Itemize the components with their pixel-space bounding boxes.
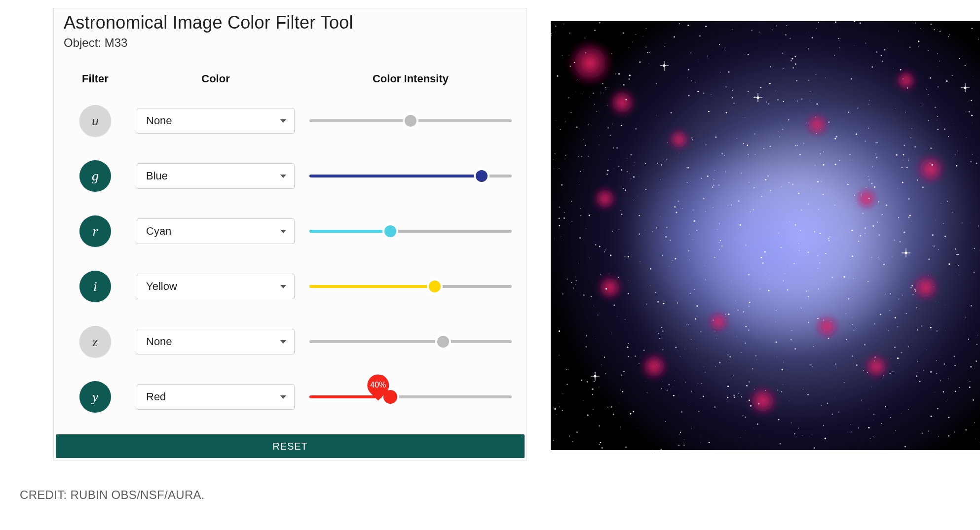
svg-point-805 bbox=[825, 253, 826, 254]
filter-chip-i[interactable]: i bbox=[79, 271, 111, 302]
reset-button[interactable]: RESET bbox=[56, 434, 525, 458]
svg-point-634 bbox=[741, 173, 742, 174]
intensity-slider-g[interactable] bbox=[306, 164, 515, 188]
svg-point-585 bbox=[727, 205, 728, 205]
svg-point-522 bbox=[871, 257, 872, 258]
svg-point-748 bbox=[861, 195, 862, 195]
svg-point-237 bbox=[625, 319, 626, 320]
slider-thumb[interactable] bbox=[437, 336, 449, 348]
svg-point-226 bbox=[556, 120, 556, 121]
svg-point-329 bbox=[811, 364, 812, 365]
svg-point-825 bbox=[952, 212, 953, 213]
color-select-i[interactable]: Yellow bbox=[137, 274, 295, 299]
svg-point-729 bbox=[623, 371, 625, 372]
svg-point-839 bbox=[798, 427, 799, 428]
svg-point-574 bbox=[775, 90, 776, 91]
svg-point-862 bbox=[679, 153, 679, 153]
svg-point-205 bbox=[688, 95, 689, 96]
svg-point-631 bbox=[755, 355, 756, 356]
svg-point-842 bbox=[587, 415, 589, 416]
svg-point-115 bbox=[834, 138, 836, 139]
svg-point-192 bbox=[618, 166, 619, 167]
svg-point-353 bbox=[559, 403, 559, 404]
svg-point-402 bbox=[902, 182, 904, 183]
svg-point-394 bbox=[639, 177, 639, 177]
svg-point-852 bbox=[727, 332, 727, 333]
svg-point-474 bbox=[874, 360, 875, 361]
svg-point-194 bbox=[554, 239, 555, 239]
intensity-slider-i[interactable] bbox=[306, 275, 515, 298]
svg-point-792 bbox=[623, 33, 624, 34]
svg-point-578 bbox=[605, 89, 606, 90]
filter-chip-y[interactable]: y bbox=[79, 381, 111, 413]
filter-chip-g[interactable]: g bbox=[79, 160, 111, 192]
filter-chip-r[interactable]: r bbox=[79, 215, 111, 247]
svg-point-36 bbox=[632, 232, 632, 233]
svg-point-101 bbox=[688, 406, 689, 406]
svg-point-261 bbox=[854, 45, 855, 46]
svg-point-881 bbox=[840, 38, 840, 39]
filter-chip-z[interactable]: z bbox=[79, 326, 111, 357]
svg-point-124 bbox=[649, 306, 649, 306]
svg-point-303 bbox=[583, 169, 584, 170]
svg-point-549 bbox=[932, 234, 934, 236]
svg-point-181 bbox=[581, 380, 582, 381]
slider-thumb[interactable] bbox=[429, 281, 441, 292]
svg-point-563 bbox=[799, 154, 801, 155]
slider-thumb[interactable] bbox=[476, 170, 488, 182]
svg-point-576 bbox=[564, 212, 565, 213]
color-select-r[interactable]: Cyan bbox=[137, 218, 295, 244]
color-select-y[interactable]: Red bbox=[137, 384, 295, 410]
svg-point-491 bbox=[605, 87, 606, 88]
svg-point-302 bbox=[846, 339, 847, 340]
svg-point-822 bbox=[563, 24, 564, 25]
slider-thumb[interactable] bbox=[405, 115, 416, 127]
svg-point-52 bbox=[708, 111, 710, 112]
svg-point-784 bbox=[783, 101, 784, 102]
svg-point-915 bbox=[917, 328, 917, 328]
svg-point-396 bbox=[730, 362, 730, 362]
svg-point-618 bbox=[818, 288, 819, 289]
svg-point-463 bbox=[943, 379, 943, 379]
svg-point-61 bbox=[665, 422, 666, 422]
svg-point-383 bbox=[743, 415, 743, 416]
svg-point-434 bbox=[884, 49, 885, 50]
svg-point-135 bbox=[569, 436, 570, 437]
svg-point-38 bbox=[578, 156, 579, 157]
svg-point-212 bbox=[817, 255, 819, 256]
svg-point-530 bbox=[571, 282, 572, 283]
svg-point-902 bbox=[622, 391, 624, 392]
slider-thumb[interactable] bbox=[384, 225, 396, 237]
color-select-g[interactable]: Blue bbox=[137, 163, 295, 189]
filter-chip-u[interactable]: u bbox=[79, 105, 111, 137]
svg-point-848 bbox=[834, 55, 835, 56]
svg-point-840 bbox=[794, 56, 795, 57]
svg-point-761 bbox=[691, 339, 691, 340]
intensity-slider-z[interactable] bbox=[306, 330, 515, 353]
svg-point-444 bbox=[854, 195, 855, 196]
svg-point-676 bbox=[587, 381, 588, 383]
svg-point-691 bbox=[928, 120, 929, 121]
svg-point-586 bbox=[781, 186, 782, 187]
svg-point-540 bbox=[625, 99, 627, 100]
svg-point-104 bbox=[955, 154, 955, 155]
svg-point-251 bbox=[688, 69, 689, 71]
color-select-z[interactable]: None bbox=[137, 329, 295, 354]
svg-point-519 bbox=[928, 276, 929, 276]
intensity-slider-u[interactable] bbox=[306, 109, 515, 133]
svg-point-46 bbox=[657, 301, 659, 303]
color-select-u[interactable]: None bbox=[137, 108, 295, 134]
chevron-down-icon bbox=[280, 175, 286, 178]
svg-point-608 bbox=[886, 53, 886, 54]
intensity-slider-y[interactable]: 40% bbox=[306, 385, 515, 409]
svg-point-849 bbox=[910, 287, 912, 288]
svg-point-882 bbox=[969, 387, 971, 388]
svg-point-447 bbox=[670, 240, 671, 241]
svg-point-35 bbox=[820, 153, 821, 154]
slider-fill bbox=[309, 175, 484, 177]
svg-point-501 bbox=[649, 52, 649, 53]
svg-point-106 bbox=[878, 257, 879, 258]
svg-point-864 bbox=[928, 258, 930, 260]
intensity-slider-r[interactable] bbox=[306, 219, 515, 243]
svg-point-529 bbox=[848, 111, 849, 112]
